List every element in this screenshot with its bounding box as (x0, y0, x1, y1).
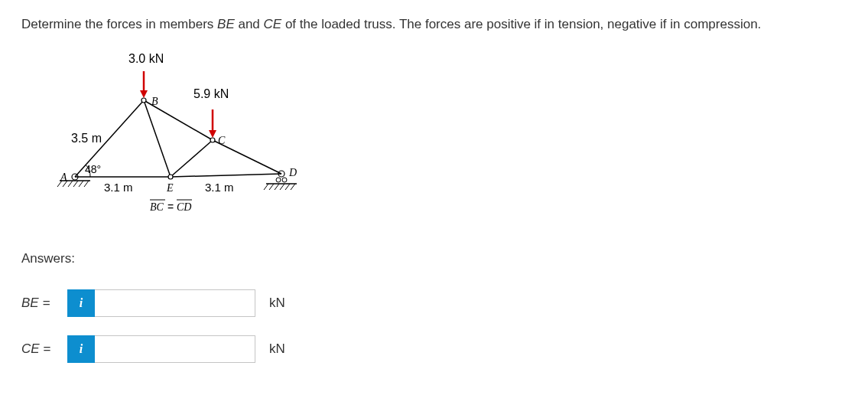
truss-members (75, 100, 281, 177)
svg-point-15 (276, 178, 281, 182)
svg-line-11 (275, 184, 279, 190)
constraint-eq: = (167, 201, 174, 213)
ce-input[interactable] (95, 335, 255, 363)
point-c: C (218, 135, 226, 146)
ce-label: CE = (21, 341, 67, 357)
be-unit: kN (269, 296, 285, 311)
svg-line-24 (171, 140, 213, 177)
svg-line-9 (264, 184, 268, 190)
length-ae: 3.1 m (104, 181, 133, 194)
be-input[interactable] (95, 289, 255, 317)
svg-line-23 (144, 100, 171, 177)
answers-title: Answers: (21, 251, 847, 266)
truss-svg: 3.0 kN 5.9 kN 3.5 m 48° A B C D E 3.1 m … (37, 52, 312, 228)
joint-e (168, 175, 173, 179)
answer-row-be: BE = i kN (21, 289, 847, 317)
length-ed: 3.1 m (205, 181, 234, 194)
point-d: D (288, 167, 297, 178)
question-member2: CE (264, 17, 282, 31)
be-label: BE = (21, 296, 67, 311)
question-text: Determine the forces in members BE and C… (21, 15, 847, 34)
question-member1: BE (217, 17, 235, 31)
svg-line-10 (269, 184, 274, 190)
constraint-cd: CD (177, 201, 191, 213)
svg-line-6 (84, 181, 89, 187)
svg-line-13 (285, 184, 290, 190)
joint-b (141, 98, 146, 103)
svg-line-3 (68, 181, 73, 187)
answers-section: Answers: BE = i kN CE = i kN (21, 251, 847, 363)
question-middle: and (235, 17, 264, 31)
svg-line-22 (171, 174, 281, 177)
load2-label: 5.9 kN (193, 87, 229, 100)
load1-label: 3.0 kN (128, 52, 164, 65)
svg-line-4 (73, 181, 78, 187)
ce-input-wrapper: i (67, 335, 255, 363)
point-a: A (60, 171, 67, 183)
ce-unit: kN (269, 341, 285, 357)
svg-marker-28 (209, 130, 216, 138)
point-e: E (166, 182, 174, 194)
svg-point-16 (282, 178, 287, 182)
force-arrow-c (209, 109, 216, 138)
be-input-wrapper: i (67, 289, 255, 317)
svg-line-14 (291, 184, 295, 190)
force-arrow-b (140, 71, 148, 98)
info-icon[interactable]: i (67, 289, 95, 317)
joint-c (210, 138, 215, 142)
svg-marker-26 (140, 90, 148, 98)
svg-line-12 (280, 184, 284, 190)
svg-line-5 (79, 181, 83, 187)
constraint-bc: BC (150, 201, 164, 213)
info-icon[interactable]: i (67, 335, 95, 363)
length-ab-label: 3.5 m (71, 132, 102, 145)
answer-row-ce: CE = i kN (21, 335, 847, 363)
question-suffix: of the loaded truss. The forces are posi… (281, 17, 761, 31)
truss-diagram: 3.0 kN 5.9 kN 3.5 m 48° A B C D E 3.1 m … (37, 52, 312, 228)
angle-label: 48° (85, 163, 101, 175)
question-prefix: Determine the forces in members (21, 17, 217, 31)
point-b: B (151, 96, 158, 107)
